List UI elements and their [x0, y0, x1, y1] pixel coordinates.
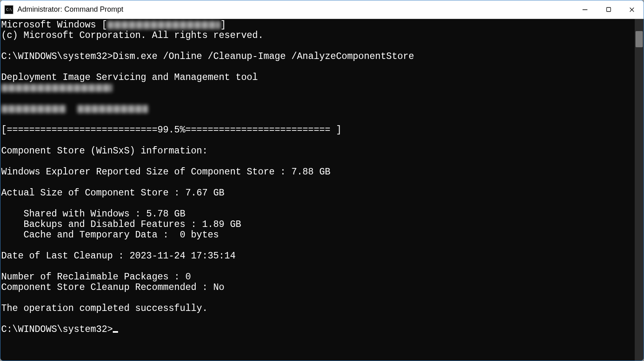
- prompt-1: C:\WINDOWS\system32>: [1, 51, 113, 62]
- progress-bar: [===========================99.5%=======…: [1, 125, 342, 135]
- info-header: Component Store (WinSxS) information:: [1, 146, 208, 156]
- redacted-line-2b: [77, 105, 148, 113]
- reported-size-line: Windows Explorer Reported Size of Compon…: [1, 167, 330, 177]
- command-1: Dism.exe /Online /Cleanup-Image /Analyze…: [113, 51, 414, 62]
- cmd-icon: C:\: [4, 5, 13, 14]
- banner-suffix: ]: [220, 20, 226, 30]
- maximize-button[interactable]: [597, 0, 620, 19]
- tool-name-line: Deployment Image Servicing and Managemen…: [1, 72, 258, 83]
- redacted-line-2a: [1, 105, 66, 113]
- cursor: [113, 331, 118, 333]
- minimize-button[interactable]: [573, 0, 597, 19]
- shared-line: Shared with Windows : 5.78 GB: [1, 209, 185, 219]
- vertical-scrollbar[interactable]: [635, 19, 644, 361]
- titlebar[interactable]: C:\ Administrator: Command Prompt: [0, 0, 644, 19]
- window-title: Administrator: Command Prompt: [17, 5, 123, 14]
- cleanup-rec-line: Component Store Cleanup Recommended : No: [1, 282, 224, 293]
- last-cleanup-line: Date of Last Cleanup : 2023-11-24 17:35:…: [1, 251, 236, 261]
- copyright-line: (c) Microsoft Corporation. All rights re…: [1, 30, 264, 41]
- close-button[interactable]: [620, 0, 644, 19]
- scrollbar-thumb[interactable]: [636, 31, 643, 47]
- actual-size-line: Actual Size of Component Store : 7.67 GB: [1, 188, 224, 198]
- prompt-2: C:\WINDOWS\system32>: [1, 324, 113, 335]
- redacted-line-1: [1, 84, 112, 92]
- svg-rect-1: [606, 8, 610, 12]
- cache-line: Cache and Temporary Data : 0 bytes: [1, 230, 219, 240]
- backups-line: Backups and Disabled Features : 1.89 GB: [1, 219, 241, 230]
- success-line: The operation completed successfully.: [1, 303, 208, 314]
- command-prompt-window: C:\ Administrator: Command Prompt Micros…: [0, 0, 644, 361]
- reclaimable-line: Number of Reclaimable Packages : 0: [1, 272, 191, 282]
- console-output[interactable]: Microsoft Windows [] (c) Microsoft Corpo…: [0, 19, 635, 361]
- window-controls: [573, 0, 644, 19]
- redacted-version: [107, 21, 220, 29]
- console-wrap: Microsoft Windows [] (c) Microsoft Corpo…: [0, 19, 644, 361]
- banner-prefix: Microsoft Windows [: [1, 20, 107, 30]
